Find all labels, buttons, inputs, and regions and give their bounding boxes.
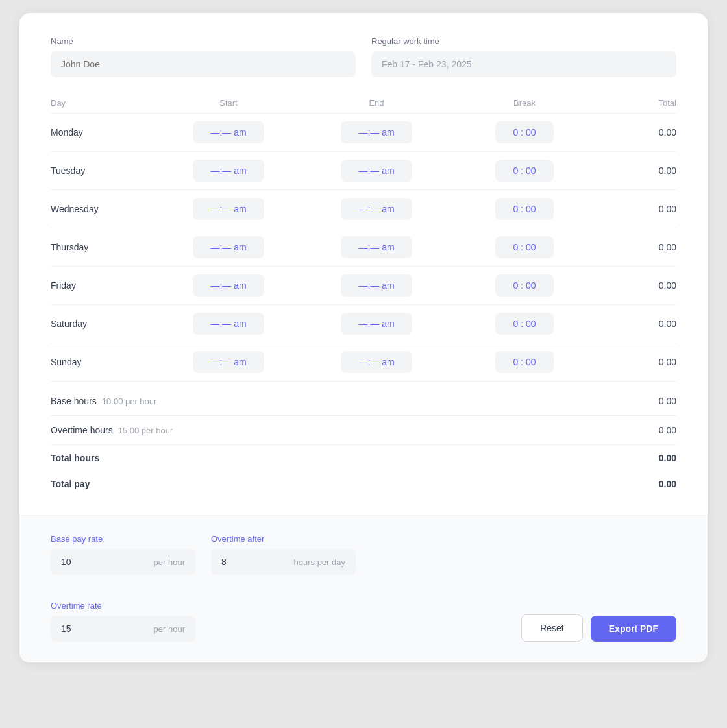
end-input[interactable]: —:— am (341, 198, 412, 220)
break-cell[interactable]: 0 : 00 (450, 351, 598, 373)
table-row: Sunday —:— am —:— am 0 : 00 0.00 (51, 343, 676, 382)
total-cell: 0.00 (598, 242, 676, 252)
start-input[interactable]: —:— am (193, 351, 264, 373)
end-cell[interactable]: —:— am (302, 121, 450, 143)
base-pay-input[interactable] (51, 549, 195, 575)
settings-top-row: Base pay rate per hour Overtime after ho… (51, 534, 356, 575)
total-pay-label: Total pay (51, 479, 90, 489)
start-cell[interactable]: —:— am (154, 236, 302, 258)
day-name: Tuesday (51, 165, 154, 176)
break-cell[interactable]: 0 : 00 (450, 121, 598, 143)
overtime-rate-input[interactable] (51, 616, 195, 642)
day-name: Monday (51, 127, 154, 138)
break-cell[interactable]: 0 : 00 (450, 313, 598, 335)
top-row: Name Regular work time (51, 36, 676, 77)
start-cell[interactable]: —:— am (154, 121, 302, 143)
total-cell: 0.00 (598, 357, 676, 367)
start-cell[interactable]: —:— am (154, 313, 302, 335)
date-input[interactable] (371, 51, 676, 77)
overtime-hours-label: Overtime hours 15.00 per hour (51, 425, 173, 435)
total-pay-value: 0.00 (659, 479, 676, 489)
day-rows-container: Monday —:— am —:— am 0 : 00 0.00 Tuesday… (51, 114, 676, 382)
break-cell[interactable]: 0 : 00 (450, 160, 598, 182)
start-input[interactable]: —:— am (193, 274, 264, 297)
total-cell: 0.00 (598, 204, 676, 214)
overtime-rate-field: Overtime rate per hour (51, 601, 195, 642)
end-cell[interactable]: —:— am (302, 351, 450, 373)
end-cell[interactable]: —:— am (302, 274, 450, 297)
overtime-rate-wrapper: per hour (51, 616, 195, 642)
end-cell[interactable]: —:— am (302, 313, 450, 335)
end-input[interactable]: —:— am (341, 160, 412, 182)
base-hours-sublabel: 10.00 per hour (102, 396, 157, 406)
break-input[interactable]: 0 : 00 (495, 160, 554, 182)
date-label: Regular work time (371, 36, 676, 46)
overtime-hours-value: 0.00 (659, 425, 676, 435)
start-input[interactable]: —:— am (193, 313, 264, 335)
base-pay-wrapper: per hour (51, 549, 195, 575)
export-pdf-button[interactable]: Export PDF (591, 616, 676, 642)
break-cell[interactable]: 0 : 00 (450, 198, 598, 220)
col-end: End (302, 98, 450, 108)
col-break: Break (450, 98, 598, 108)
table-row: Wednesday —:— am —:— am 0 : 00 0.00 (51, 190, 676, 228)
break-cell[interactable]: 0 : 00 (450, 274, 598, 297)
table-row: Saturday —:— am —:— am 0 : 00 0.00 (51, 305, 676, 343)
overtime-after-label: Overtime after (211, 534, 356, 544)
total-cell: 0.00 (598, 319, 676, 329)
end-input[interactable]: —:— am (341, 274, 412, 297)
table-row: Monday —:— am —:— am 0 : 00 0.00 (51, 114, 676, 152)
end-input[interactable]: —:— am (341, 121, 412, 143)
overtime-rate-label: Overtime rate (51, 601, 195, 611)
settings-section: Base pay rate per hour Overtime after ho… (19, 515, 708, 662)
base-pay-field: Base pay rate per hour (51, 534, 195, 575)
col-total: Total (598, 98, 676, 108)
break-cell[interactable]: 0 : 00 (450, 236, 598, 258)
start-input[interactable]: —:— am (193, 121, 264, 143)
start-input[interactable]: —:— am (193, 160, 264, 182)
name-group: Name (51, 36, 356, 77)
end-input[interactable]: —:— am (341, 351, 412, 373)
total-hours-label: Total hours (51, 453, 99, 463)
overtime-hours-sublabel: 15.00 per hour (118, 426, 173, 435)
settings-bottom-left-row: Overtime rate per hour (51, 601, 356, 642)
main-section: Name Regular work time Day Start End Bre… (19, 13, 708, 515)
break-input[interactable]: 0 : 00 (495, 198, 554, 220)
table-row: Tuesday —:— am —:— am 0 : 00 0.00 (51, 152, 676, 190)
base-pay-label: Base pay rate (51, 534, 195, 544)
day-name: Sunday (51, 357, 154, 367)
break-input[interactable]: 0 : 00 (495, 351, 554, 373)
start-cell[interactable]: —:— am (154, 160, 302, 182)
end-cell[interactable]: —:— am (302, 160, 450, 182)
overtime-after-input[interactable] (211, 549, 356, 575)
base-hours-row: Base hours 10.00 per hour 0.00 (51, 387, 676, 416)
start-cell[interactable]: —:— am (154, 351, 302, 373)
buttons-row: Reset Export PDF (371, 599, 676, 642)
end-input[interactable]: —:— am (341, 236, 412, 258)
total-hours-row: Total hours 0.00 (51, 445, 676, 471)
end-cell[interactable]: —:— am (302, 198, 450, 220)
name-input[interactable] (51, 51, 356, 77)
table-row: Friday —:— am —:— am 0 : 00 0.00 (51, 267, 676, 305)
table-row: Thursday —:— am —:— am 0 : 00 0.00 (51, 228, 676, 267)
end-cell[interactable]: —:— am (302, 236, 450, 258)
start-cell[interactable]: —:— am (154, 274, 302, 297)
day-name: Saturday (51, 319, 154, 329)
summary-section: Base hours 10.00 per hour 0.00 Overtime … (51, 387, 676, 497)
base-hours-value: 0.00 (659, 396, 676, 406)
reset-button[interactable]: Reset (521, 614, 583, 642)
col-start: Start (154, 98, 302, 108)
start-input[interactable]: —:— am (193, 236, 264, 258)
break-input[interactable]: 0 : 00 (495, 121, 554, 143)
start-input[interactable]: —:— am (193, 198, 264, 220)
break-input[interactable]: 0 : 00 (495, 313, 554, 335)
total-hours-value: 0.00 (659, 453, 676, 463)
end-input[interactable]: —:— am (341, 313, 412, 335)
break-input[interactable]: 0 : 00 (495, 236, 554, 258)
start-cell[interactable]: —:— am (154, 198, 302, 220)
overtime-after-field: Overtime after hours per day (211, 534, 356, 575)
break-input[interactable]: 0 : 00 (495, 274, 554, 297)
day-name: Friday (51, 280, 154, 291)
base-hours-label: Base hours 10.00 per hour (51, 396, 156, 406)
settings-left: Base pay rate per hour Overtime after ho… (51, 534, 356, 642)
